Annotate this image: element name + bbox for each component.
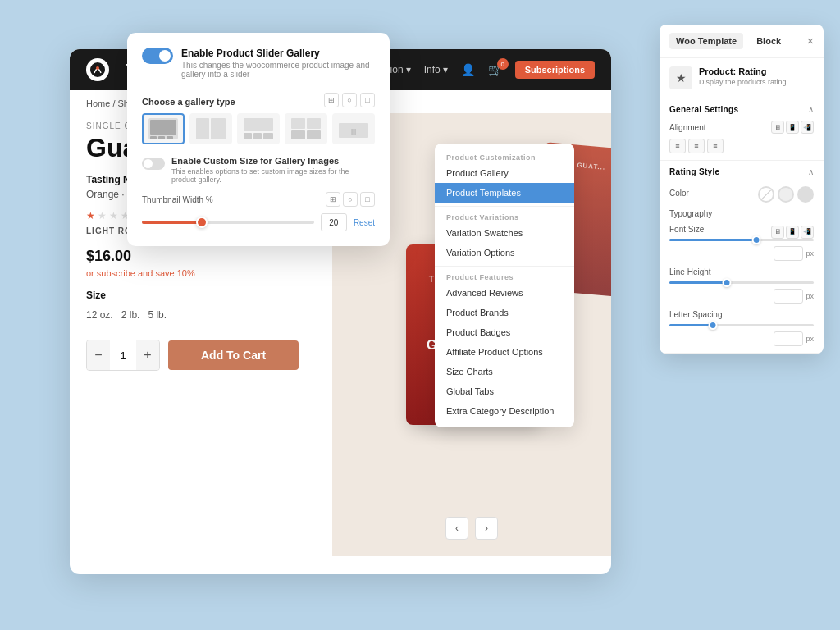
custom-size-toggle[interactable] [142,158,165,170]
cart-count: 0 [497,58,509,70]
woo-typography-row: Typography [669,209,814,218]
context-item-brands[interactable]: Product Brands [435,303,574,322]
gallery-type-4[interactable] [285,113,327,144]
context-item-affiliate[interactable]: Affiliate Product Options [435,342,574,362]
font-size-unit: px [806,249,814,258]
context-item-gallery[interactable]: Product Gallery [435,163,574,183]
qty-decrease[interactable]: − [87,340,110,370]
woo-tab-block[interactable]: Block [750,33,788,49]
svg-rect-6 [150,136,157,139]
font-size-input[interactable] [774,246,803,261]
size-label: Size [86,290,316,301]
svg-text:|||: ||| [351,127,356,135]
reset-button[interactable]: Reset [354,218,375,227]
gallery-info-icon[interactable]: □ [360,93,375,107]
align-center-btn[interactable]: ≡ [688,139,705,153]
letter-spacing-input[interactable] [774,331,803,346]
thumbnail-icons: ⊞ ○ □ [326,192,375,207]
slider-fill [142,221,202,224]
slider-toggle-desc: This changes the woocommerce product ima… [181,61,375,79]
font-size-tablet[interactable]: 📱 [786,226,799,239]
thumbnail-icon-3[interactable]: □ [360,192,375,207]
font-size-mobile[interactable]: 📲 [801,226,814,239]
svg-rect-17 [291,130,305,139]
woo-icon-desktop[interactable]: 🖥 [771,121,784,134]
woo-tab-template[interactable]: Woo Template [669,33,743,49]
gallery-grid-icon[interactable]: ⊞ [324,93,339,107]
size-2lb[interactable]: 2 lb. [121,308,140,323]
context-item-global-tabs[interactable]: Global Tabs [435,381,574,401]
star-2: ★ [98,210,107,221]
letter-spacing-slider[interactable] [669,324,814,326]
line-height-slider[interactable] [669,281,814,284]
slider-toggle[interactable] [142,48,173,64]
star-3: ★ [109,210,118,221]
toggle-thumb [159,50,171,62]
subscribe-text: or subscribe and save 10% [86,268,316,278]
slider-toggle-label: Enable Product Slider Gallery [181,48,375,59]
gallery-type-1[interactable] [142,113,185,144]
user-icon[interactable]: 👤 [461,63,475,76]
woo-align-btns: 🖥 📱 📲 [771,121,814,134]
gallery-settings-icon[interactable]: ○ [342,93,357,107]
svg-rect-9 [196,118,209,139]
color-swatch-none[interactable] [758,186,774,203]
woo-panel-header: Woo Template Block × [660,25,824,58]
context-item-swatches[interactable]: Variation Swatches [435,223,574,243]
font-size-input-row: px [669,246,814,261]
plugin-panel: Enable Product Slider Gallery This chang… [127,33,390,246]
woo-line-height-row: Line Height px [669,267,814,304]
color-swatches [758,186,814,203]
chevron-up-icon: ∧ [808,105,814,114]
woo-letter-spacing-label: Letter Spacing [669,310,723,319]
font-size-desktop[interactable]: 🖥 [771,226,784,239]
qty-increase[interactable]: + [136,340,159,370]
gallery-type-3[interactable] [237,113,280,144]
woo-panel: Woo Template Block × ★ Product: Rating D… [660,25,824,354]
align-right-btn[interactable]: ≡ [707,139,724,153]
line-height-handle[interactable] [723,278,732,287]
context-item-templates[interactable]: Product Templates [435,183,574,203]
add-to-cart-button[interactable]: Add To Cart [168,340,299,370]
gallery-type-5[interactable]: ||| [332,113,375,144]
line-height-input[interactable] [774,289,803,304]
cart-badge[interactable]: 🛒 0 [488,63,502,76]
size-5lb[interactable]: 5 lb. [148,308,167,323]
woo-icon-tablet[interactable]: 📱 [786,121,799,134]
thumbnail-slider-track[interactable] [142,221,314,224]
context-divider-2 [435,266,574,267]
woo-icon-mobile[interactable]: 📲 [801,121,814,134]
thumbnail-icon-1[interactable]: ⊞ [326,192,340,207]
custom-size-desc: This enables options to set custom image… [171,167,375,184]
svg-rect-11 [244,118,273,131]
letter-spacing-handle[interactable] [708,321,717,330]
nav-links: Location ▾ Info ▾ 👤 🛒 0 Subscriptions [366,61,595,79]
font-size-handle[interactable] [751,235,760,244]
woo-general-header[interactable]: General Settings ∧ [669,105,814,114]
gallery-type-2[interactable] [189,113,232,144]
svg-rect-12 [244,133,252,139]
subscriptions-button[interactable]: Subscriptions [515,61,595,79]
context-item-category-desc[interactable]: Extra Category Description [435,401,574,421]
slider-handle[interactable] [196,217,208,228]
woo-alignment-row: Alignment 🖥 📱 📲 [669,121,814,134]
svg-rect-7 [158,136,165,139]
svg-rect-16 [307,118,321,129]
font-size-slider[interactable] [669,239,814,241]
align-left-btn[interactable]: ≡ [669,139,686,153]
color-swatch-2[interactable] [778,186,794,203]
svg-point-1 [96,66,99,70]
slider-next[interactable]: › [475,517,498,540]
close-icon[interactable]: × [807,34,814,48]
size-12oz[interactable]: 12 oz. [86,308,113,323]
nav-info[interactable]: Info ▾ [424,64,448,75]
thumbnail-icon-2[interactable]: ○ [343,192,358,207]
color-swatch-3[interactable] [797,186,814,203]
woo-rating-style-header[interactable]: Rating Style ∧ [669,167,814,176]
woo-font-size-label: Font Size [669,225,704,234]
context-item-var-options[interactable]: Variation Options [435,243,574,262]
slider-prev[interactable]: ‹ [445,517,468,540]
context-item-reviews[interactable]: Advanced Reviews [435,283,574,303]
context-item-badges[interactable]: Product Badges [435,322,574,342]
context-item-size-charts[interactable]: Size Charts [435,362,574,381]
